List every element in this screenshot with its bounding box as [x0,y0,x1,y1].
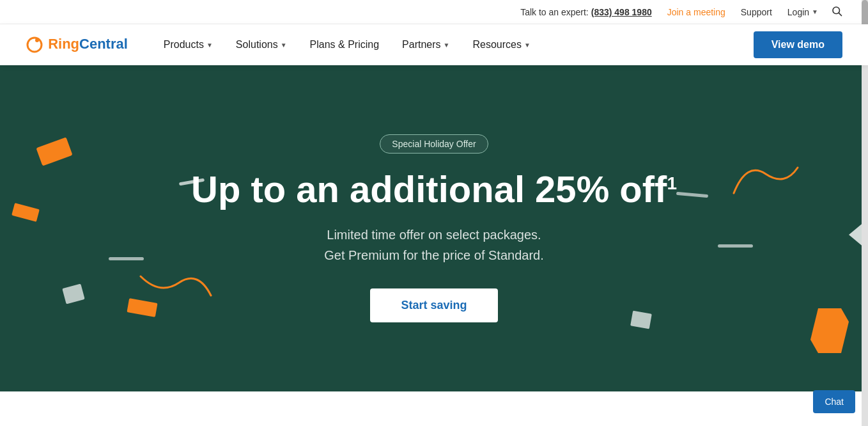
nav-solutions[interactable]: Solutions ▼ [226,34,297,56]
svg-point-3 [35,38,39,42]
deco-white-dash-4 [718,244,753,248]
login-button[interactable]: Login ▼ [787,7,818,17]
hero-subtitle: Limited time offer on select packages. G… [191,225,677,265]
start-saving-button[interactable]: Start saving [370,288,497,322]
navbar: RingCentral Products ▼ Solutions ▼ Plans… [0,24,868,65]
deco-curl-right [727,155,804,206]
top-bar: Talk to an expert: (833) 498 1980 Join a… [0,0,868,24]
search-icon[interactable] [831,5,842,19]
view-demo-button[interactable]: View demo [754,31,842,58]
support-link[interactable]: Support [741,7,772,17]
login-chevron-icon: ▼ [812,8,818,15]
chat-button[interactable]: Chat [813,390,855,391]
deco-white-dash-2 [109,257,144,260]
join-meeting-link[interactable]: Join a meeting [667,7,725,17]
products-chevron-icon: ▼ [206,42,213,49]
deco-orange-strip-2 [12,203,40,222]
nav-plans-pricing[interactable]: Plans & Pricing [300,34,390,56]
nav-resources[interactable]: Resources ▼ [462,34,540,56]
hero-section: Special Holiday Offer Up to an additiona… [0,65,868,391]
logo-ring: RingCentral [26,36,128,54]
deco-orange-strip-3 [127,298,157,317]
nav-links: Products ▼ Solutions ▼ Plans & Pricing P… [153,34,754,56]
phone-number[interactable]: (833) 498 1980 [591,7,652,17]
deco-white-piece-1 [62,284,84,304]
nav-partners[interactable]: Partners ▼ [392,34,460,56]
deco-orange-strip-1 [36,137,72,166]
solutions-chevron-icon: ▼ [281,42,287,49]
talk-text: Talk to an expert: [520,7,589,17]
hero-content: Special Holiday Offer Up to an additiona… [178,96,690,361]
hero-title: Up to an additional 25% off1 [191,169,677,210]
partners-chevron-icon: ▼ [444,42,450,49]
logo[interactable]: RingCentral [26,36,128,54]
svg-line-1 [839,13,841,15]
holiday-badge: Special Holiday Offer [380,134,488,154]
nav-products[interactable]: Products ▼ [153,34,223,56]
resources-chevron-icon: ▼ [524,42,531,49]
deco-orange-shape [810,308,849,353]
svg-point-2 [27,38,42,52]
